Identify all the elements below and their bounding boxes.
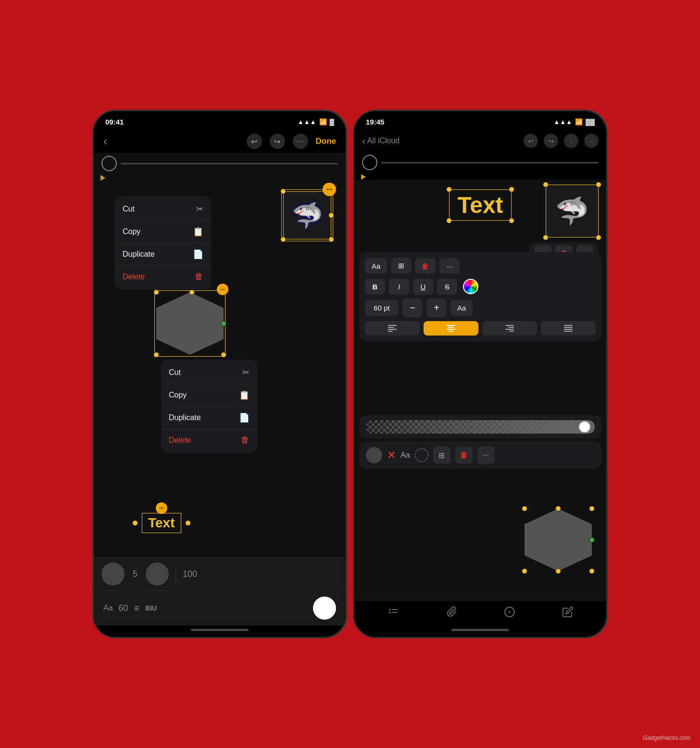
left-shark-handle-br[interactable]: [328, 237, 334, 242]
right-format-italic[interactable]: I: [389, 279, 409, 295]
left-toolbar-color-btn[interactable]: [313, 597, 336, 620]
left-toolbar-size[interactable]: 60: [119, 603, 128, 613]
left-time: 09:41: [105, 118, 124, 126]
right-text-tr[interactable]: [509, 187, 514, 192]
right-format-font[interactable]: Aa: [450, 300, 473, 316]
left-hex-handle-tm[interactable]: [189, 289, 195, 295]
right-hex-bl[interactable]: [522, 568, 527, 574]
right-text-close-button[interactable]: ✕: [387, 449, 396, 461]
right-more-button[interactable]: ···: [584, 134, 599, 148]
right-progress-track[interactable]: [381, 162, 599, 163]
left-text-handle-l[interactable]: [132, 520, 138, 526]
right-shark-tl[interactable]: [543, 182, 549, 187]
left-toolbar-biu[interactable]: BIU: [145, 604, 157, 612]
left-hex-more-button[interactable]: ···: [217, 284, 228, 295]
right-format-delete[interactable]: 🗑: [415, 258, 436, 274]
left-menu-2-duplicate[interactable]: Duplicate 📄: [161, 407, 257, 429]
left-shark-more-button[interactable]: ···: [323, 183, 336, 196]
right-align-left[interactable]: [365, 321, 420, 336]
right-format-color[interactable]: [463, 279, 478, 294]
left-menu-1-delete[interactable]: Delete 🗑: [115, 266, 211, 287]
left-slider-row: 5 100: [94, 557, 346, 590]
left-hex-handle-mr[interactable]: [221, 321, 226, 326]
right-format-aa[interactable]: Aa: [365, 258, 387, 274]
right-hex-tr[interactable]: [589, 506, 595, 511]
left-menu-2-delete[interactable]: Delete 🗑: [161, 429, 257, 451]
left-play-icon[interactable]: [100, 175, 105, 181]
left-text-handle-r[interactable]: [185, 520, 191, 526]
right-text-style-btn[interactable]: [415, 449, 428, 462]
right-shark-bl[interactable]: [543, 235, 549, 240]
left-menu-2-duplicate-icon: 📄: [239, 412, 250, 423]
left-done-button[interactable]: Done: [316, 137, 337, 146]
right-hex-bm[interactable]: [555, 568, 561, 574]
left-undo-button[interactable]: ↩: [247, 134, 262, 149]
right-nav-actions: ↩ ↪ ↑ ···: [524, 134, 599, 148]
left-toolbar-align[interactable]: ≡: [134, 603, 140, 614]
left-menu-1-copy[interactable]: Copy 📋: [115, 221, 211, 243]
right-nav-attach[interactable]: [446, 606, 457, 620]
left-hex-handle-tl[interactable]: [153, 289, 159, 295]
right-redo-button[interactable]: ↪: [544, 134, 558, 148]
left-slider-thumb-l[interactable]: [101, 562, 125, 586]
right-opacity-track[interactable]: [366, 420, 595, 434]
right-shark-br[interactable]: [596, 235, 601, 240]
right-format-increase[interactable]: +: [426, 299, 447, 317]
right-share-button[interactable]: ↑: [564, 134, 578, 148]
right-nav-list[interactable]: [388, 606, 399, 620]
left-menu-1-duplicate[interactable]: Duplicate 📄: [115, 243, 211, 266]
left-menu-2-copy[interactable]: Copy 📋: [161, 384, 257, 407]
right-text-delete-button[interactable]: 🗑: [455, 447, 473, 464]
left-menu-1-cut-icon: ✂: [196, 204, 203, 214]
left-slider-thumb-r[interactable]: [146, 562, 169, 586]
right-hex-tl[interactable]: [522, 506, 527, 511]
right-text-bl[interactable]: [446, 218, 452, 224]
right-hex-mr[interactable]: [589, 537, 595, 543]
right-shark-image[interactable]: 🦈: [546, 185, 599, 237]
left-progress-track[interactable]: [121, 163, 338, 164]
right-back-chevron: ‹: [362, 136, 365, 147]
left-hex-handle-bl[interactable]: [153, 352, 159, 358]
left-shark-image[interactable]: 🦈: [283, 191, 331, 239]
right-format-bold[interactable]: B: [365, 279, 385, 295]
left-text-box[interactable]: Text: [142, 513, 181, 533]
left-back-button[interactable]: ‹: [103, 135, 107, 148]
right-hex-tm[interactable]: [555, 506, 561, 511]
left-shark-handle-bl[interactable]: [280, 237, 286, 242]
right-back-text: All iCloud: [367, 137, 400, 145]
svg-point-18: [389, 611, 391, 613]
right-status-icons: ▲▲▲ 📶 ▓▓: [553, 118, 595, 125]
right-opacity-handle[interactable]: [578, 421, 591, 433]
right-align-justify[interactable]: [541, 321, 596, 336]
right-format-strikethrough[interactable]: S: [437, 279, 457, 295]
left-more-button[interactable]: ···: [293, 134, 308, 149]
right-nav-draw[interactable]: [504, 606, 515, 620]
right-align-right[interactable]: [482, 321, 537, 336]
right-text-more-button[interactable]: ···: [477, 447, 495, 464]
right-align-center[interactable]: [424, 321, 478, 336]
right-format-decrease[interactable]: −: [402, 299, 423, 317]
left-shark-handle-mr[interactable]: [328, 212, 334, 218]
right-play-icon[interactable]: [361, 174, 366, 180]
left-toolbar-aa[interactable]: Aa: [103, 604, 113, 612]
right-undo-button[interactable]: ↩: [524, 134, 538, 148]
right-shark-tr[interactable]: [596, 182, 601, 187]
right-text-color-dot[interactable]: [366, 447, 382, 463]
right-format-more[interactable]: ···: [439, 258, 460, 274]
right-text-br[interactable]: [509, 218, 514, 224]
right-nav-edit[interactable]: [562, 606, 574, 620]
left-shark-handle-tl[interactable]: [280, 188, 286, 194]
left-text-more-button[interactable]: ···: [156, 502, 167, 514]
left-redo-button[interactable]: ↪: [270, 134, 285, 149]
right-hex-br[interactable]: [589, 568, 595, 574]
right-format-underline[interactable]: U: [413, 279, 433, 295]
right-hex-shape[interactable]: [525, 509, 592, 571]
left-menu-2-cut[interactable]: Cut ✂: [161, 362, 257, 384]
right-format-copy[interactable]: ⊞: [391, 258, 411, 274]
right-text-duplicate-button[interactable]: ⊞: [433, 447, 450, 464]
left-menu-1-cut[interactable]: Cut ✂: [115, 198, 211, 221]
right-text-box[interactable]: Text: [449, 189, 511, 221]
right-text-aa-button[interactable]: Aa: [400, 451, 410, 460]
right-back-button[interactable]: ‹ All iCloud: [362, 136, 400, 147]
left-hex-handle-br[interactable]: [221, 352, 226, 358]
